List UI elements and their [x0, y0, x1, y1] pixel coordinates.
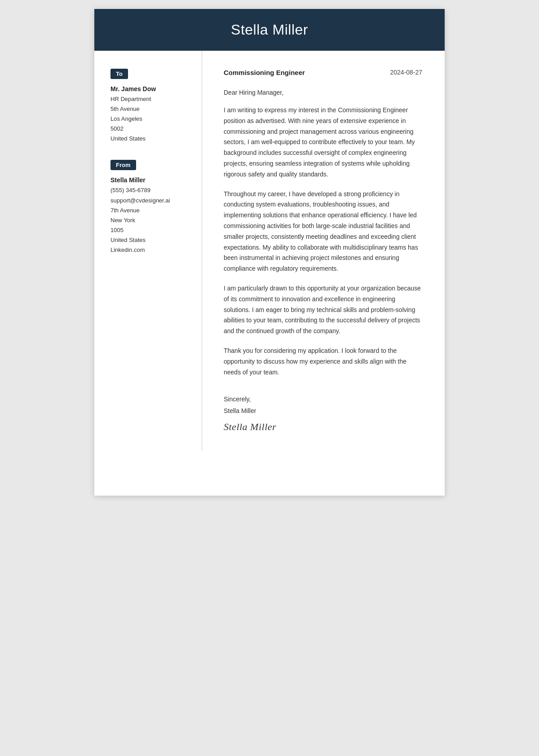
to-line4: 5002	[110, 125, 124, 132]
from-email: support@cvdesigner.ai	[110, 197, 170, 204]
from-label: From	[110, 160, 136, 170]
from-details: (555) 345-6789 support@cvdesigner.ai 7th…	[110, 185, 189, 255]
closing-line2: Stella Miller	[224, 405, 422, 417]
to-line2: 5th Avenue	[110, 105, 140, 112]
paragraph-1: I am writing to express my interest in t…	[224, 105, 422, 180]
to-line5: United States	[110, 135, 146, 142]
to-name: Mr. James Dow	[110, 85, 189, 92]
paragraph-3: I am particularly drawn to this opportun…	[224, 283, 422, 337]
header: Stella Miller	[94, 9, 445, 51]
from-line3: 1005	[110, 227, 124, 233]
from-phone: (555) 345-6789	[110, 187, 150, 193]
from-line1: 7th Avenue	[110, 207, 140, 214]
cover-letter-page: Stella Miller To Mr. James Dow HR Depart…	[94, 9, 445, 496]
from-line4: United States	[110, 237, 146, 243]
to-line3: Los Angeles	[110, 115, 142, 122]
signature: Stella Miller	[224, 421, 422, 433]
from-name: Stella Miller	[110, 176, 189, 184]
job-title: Commissioning Engineer	[224, 69, 305, 76]
date: 2024-08-27	[390, 69, 422, 76]
content-area: To Mr. James Dow HR Department 5th Avenu…	[94, 51, 445, 451]
closing-line1: Sincerely,	[224, 394, 422, 405]
to-details: HR Department 5th Avenue Los Angeles 500…	[110, 94, 189, 144]
closing-block: Sincerely, Stella Miller Stella Miller	[224, 394, 422, 432]
meta-row: Commissioning Engineer 2024-08-27	[224, 69, 422, 76]
greeting: Dear Hiring Manager,	[224, 89, 422, 96]
paragraph-2: Throughout my career, I have developed a…	[224, 189, 422, 274]
main-content: Commissioning Engineer 2024-08-27 Dear H…	[202, 51, 445, 451]
from-section: From Stella Miller (555) 345-6789 suppor…	[110, 160, 189, 255]
to-line1: HR Department	[110, 96, 151, 102]
paragraph-4: Thank you for considering my application…	[224, 346, 422, 378]
from-line5: Linkedin.com	[110, 246, 145, 253]
sidebar: To Mr. James Dow HR Department 5th Avenu…	[94, 51, 202, 451]
to-section: To Mr. James Dow HR Department 5th Avenu…	[110, 69, 189, 144]
from-line2: New York	[110, 217, 135, 224]
to-label: To	[110, 69, 128, 79]
header-name: Stella Miller	[231, 22, 308, 38]
